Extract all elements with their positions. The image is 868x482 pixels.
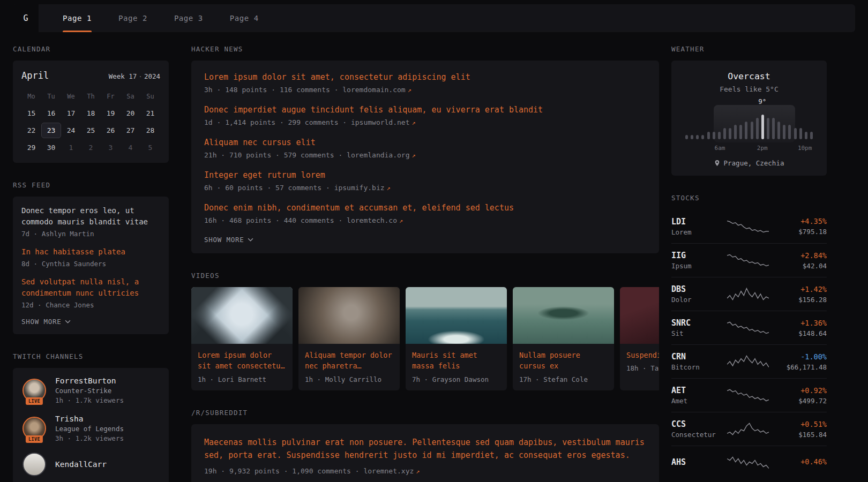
rss-show-more-button[interactable]: SHOW MORE	[21, 318, 160, 326]
stock-row[interactable]: AETAmet +0.92%$499.72	[671, 378, 827, 412]
news-item-title[interactable]: Aliquam nec cursus elit	[204, 138, 646, 147]
weather-bar	[739, 125, 742, 139]
tab-page-1[interactable]: Page 1	[49, 4, 105, 32]
stock-name: Lorem	[671, 228, 723, 236]
calendar-day: 19	[101, 106, 121, 121]
external-link-icon[interactable]: ↗	[412, 119, 416, 126]
weather-bar	[761, 115, 764, 139]
rss-card: Donec tempor eros leo, ut commodo mauris…	[13, 197, 169, 334]
show-more-label: SHOW MORE	[204, 236, 244, 244]
stock-name: Consectetur	[671, 431, 723, 439]
news-item-title[interactable]: Donec enim nibh, condimentum et accumsan…	[204, 203, 646, 213]
channel-name[interactable]: KendallCarr	[55, 460, 107, 469]
video-meta: 1h · Lori Barnett	[191, 372, 293, 390]
video-thumbnail[interactable]	[191, 287, 293, 344]
stock-price: $148.64	[773, 329, 827, 337]
video-thumbnail[interactable]	[298, 287, 400, 344]
hacker-news-widget-title: HACKER NEWS	[191, 45, 659, 53]
video-card[interactable]: Aliquam tempor dolor nec pharetra… 1h · …	[298, 287, 400, 390]
calendar-header: April Week 17·2024	[21, 70, 160, 81]
video-title[interactable]: Aliquam tempor dolor nec pharetra…	[298, 344, 400, 372]
videos-widget: VIDEOS Lorem ipsum dolor sit amet consec…	[191, 272, 659, 390]
stock-name: Bitcorn	[671, 363, 723, 371]
external-link-icon[interactable]: ↗	[408, 86, 411, 94]
calendar-day: 24	[61, 123, 81, 138]
twitch-widget: TWITCH CHANNELS LIVE ForrestBurton Count…	[13, 352, 169, 482]
twitch-channel[interactable]: KendallCarr	[21, 453, 160, 476]
rss-item[interactable]: Sed volutpat nulla nisl, a condimentum n…	[21, 276, 160, 309]
weather-bar	[713, 132, 715, 139]
calendar-day-header: Fr	[101, 88, 121, 104]
calendar-day: 4	[121, 140, 140, 155]
tab-page-4[interactable]: Page 4	[216, 4, 272, 32]
news-item: Lorem ipsum dolor sit amet, consectetur …	[204, 72, 646, 94]
stock-change: +1.42%	[773, 285, 827, 293]
stock-row[interactable]: LDILorem +4.35%$795.18	[671, 209, 827, 243]
news-item-title[interactable]: Lorem ipsum dolor sit amet, consectetur …	[204, 72, 646, 82]
stock-row[interactable]: CRNBitcorn -1.00%$66,171.48	[671, 344, 827, 378]
rss-item-meta: 8d · Cynthia Saunders	[21, 260, 160, 268]
stock-sparkline	[727, 320, 769, 335]
stock-row[interactable]: DBSDolor +1.42%$156.28	[671, 277, 827, 311]
stock-row[interactable]: AHS +0.46%	[671, 446, 827, 479]
video-title[interactable]: Lorem ipsum dolor sit amet consectetu…	[191, 344, 293, 372]
video-card[interactable]: Mauris sit amet massa felis 7h · Grayson…	[406, 287, 507, 390]
app-logo[interactable]: G	[13, 4, 39, 32]
video-thumbnail[interactable]	[406, 287, 507, 344]
calendar-day: 30	[41, 140, 61, 155]
weather-card: Overcast Feels like 5°C 9° 6am2pm10pm Pr…	[671, 61, 827, 176]
channel-name[interactable]: ForrestBurton	[55, 376, 124, 385]
stock-price: $156.28	[773, 296, 827, 304]
external-link-icon[interactable]: ↗	[416, 468, 420, 475]
stock-name: Ipsum	[671, 262, 723, 270]
tab-page-2[interactable]: Page 2	[105, 4, 161, 32]
rss-item-title[interactable]: Sed volutpat nulla nisl, a condimentum n…	[21, 276, 160, 299]
calendar-day: 28	[140, 123, 160, 138]
stock-sparkline	[727, 253, 769, 268]
channel-viewers: 1h · 1.7k viewers	[55, 396, 124, 404]
rss-item-title[interactable]: Donec tempor eros leo, ut commodo mauris…	[21, 205, 160, 228]
post-title[interactable]: Maecenas mollis pulvinar erat non posuer…	[204, 436, 646, 463]
weather-bar	[685, 135, 688, 139]
video-title[interactable]: Suspendisse diam	[620, 344, 659, 360]
center-column: HACKER NEWS Lorem ipsum dolor sit amet, …	[191, 45, 659, 482]
twitch-channel[interactable]: LIVE ForrestBurton Counter-Strike 1h · 1…	[21, 376, 160, 404]
video-title[interactable]: Nullam posuere cursus ex	[513, 344, 614, 372]
video-card[interactable]: Nullam posuere cursus ex 17h · Stefan Co…	[513, 287, 614, 390]
stock-price: $499.72	[773, 397, 827, 405]
calendar-grid: MoTuWeThFrSaSu15161718192021222324252627…	[21, 88, 160, 155]
video-thumbnail[interactable]	[620, 287, 659, 344]
stock-name: Dolor	[671, 296, 723, 304]
external-link-icon[interactable]: ↗	[387, 184, 391, 192]
rss-item[interactable]: Donec tempor eros leo, ut commodo mauris…	[21, 205, 160, 238]
hour-label: 10pm	[798, 145, 812, 152]
video-card[interactable]: Suspendisse diam 18h · Tara	[620, 287, 659, 390]
weather-bar	[734, 125, 737, 139]
calendar-card: April Week 17·2024 MoTuWeThFrSaSu1516171…	[13, 61, 169, 163]
weather-bar	[805, 132, 807, 139]
tab-page-3[interactable]: Page 3	[161, 4, 216, 32]
twitch-channel[interactable]: LIVE Trisha League of Legends 3h · 1.2k …	[21, 415, 160, 442]
right-column: WEATHER Overcast Feels like 5°C 9° 6am2p…	[671, 45, 827, 482]
stock-sparkline	[727, 354, 769, 369]
stock-change: +4.35%	[773, 217, 827, 225]
channel-viewers: 3h · 1.2k viewers	[55, 434, 124, 442]
stock-row[interactable]: CCSConsectetur +0.51%$165.84	[671, 412, 827, 446]
stock-ticker: SNRC	[671, 318, 723, 328]
channel-name[interactable]: Trisha	[55, 415, 124, 423]
news-item-title[interactable]: Donec imperdiet augue tincidunt felis al…	[204, 105, 646, 115]
news-item-title[interactable]: Integer eget rutrum lorem	[204, 170, 646, 180]
hacker-news-show-more-button[interactable]: SHOW MORE	[204, 236, 646, 244]
external-link-icon[interactable]: ↗	[399, 217, 403, 224]
rss-item-title[interactable]: In hac habitasse platea	[21, 246, 160, 258]
video-card[interactable]: Lorem ipsum dolor sit amet consectetu… 1…	[191, 287, 293, 390]
stock-row[interactable]: SNRCSit +1.36%$148.64	[671, 311, 827, 344]
rss-item[interactable]: In hac habitasse platea 8d · Cynthia Sau…	[21, 246, 160, 268]
calendar-day: 1	[61, 140, 81, 155]
video-thumbnail[interactable]	[513, 287, 614, 344]
calendar-day: 23	[41, 123, 61, 138]
external-link-icon[interactable]: ↗	[412, 152, 416, 159]
video-meta: 17h · Stefan Cole	[513, 372, 614, 390]
stock-row[interactable]: IIGIpsum +2.84%$42.04	[671, 243, 827, 277]
video-title[interactable]: Mauris sit amet massa felis	[406, 344, 507, 372]
